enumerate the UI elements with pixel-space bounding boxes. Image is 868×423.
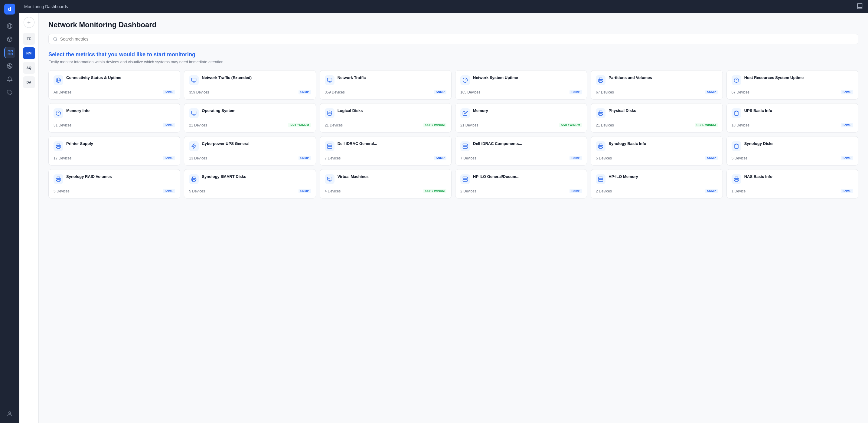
search-bar[interactable] bbox=[49, 34, 858, 44]
metric-badge-partitions-volumes: SNMP bbox=[705, 90, 718, 94]
metric-card-memory-info[interactable]: Memory Info 31 Devices SNMP bbox=[49, 103, 180, 132]
metric-badge-ups-basic-info: SNMP bbox=[841, 123, 853, 127]
metric-card-virtual-machines[interactable]: Virtual Machines 4 Devices SSH / WINRM bbox=[320, 169, 452, 199]
metric-card-printer-supply[interactable]: Printer Supply 17 Devices SNMP bbox=[49, 136, 180, 165]
metric-icon-network-system-uptime bbox=[460, 75, 470, 85]
metric-card-host-resources[interactable]: Host Resources System Uptime 67 Devices … bbox=[726, 70, 858, 99]
metric-icon-cyberpower-ups bbox=[189, 141, 199, 151]
metric-card-hp-ilo-memory[interactable]: HP-ILO Memory 2 Devices SNMP bbox=[591, 169, 722, 199]
metric-icon-memory-info bbox=[54, 108, 63, 118]
main-content: Network Monitoring Dashboard Select the … bbox=[39, 13, 868, 423]
metric-icon-synology-basic-info bbox=[596, 141, 606, 151]
svg-rect-42 bbox=[463, 144, 468, 146]
metric-devices-cyberpower-ups: 13 Devices bbox=[189, 156, 207, 160]
svg-rect-43 bbox=[463, 147, 468, 149]
svg-rect-6 bbox=[8, 53, 10, 55]
metric-header: Synology Basic Info bbox=[596, 141, 717, 151]
metric-card-connectivity[interactable]: Connectivity Status & Uptime All Devices… bbox=[49, 70, 180, 99]
metric-card-network-traffic-extended[interactable]: Network Traffic (Extended) 359 Devices S… bbox=[184, 70, 316, 99]
metric-name-nas-basic-info: NAS Basic Info bbox=[744, 174, 772, 179]
sidebar-item-da[interactable]: DA bbox=[23, 76, 35, 88]
metric-card-dell-idrac-components[interactable]: Dell iDRAC Components... 7 Devices SNMP bbox=[455, 136, 587, 165]
metric-devices-hp-ilo-general: 2 Devices bbox=[460, 189, 476, 193]
sidebar-item-nm[interactable]: NM bbox=[23, 47, 35, 59]
app-logo[interactable]: d bbox=[4, 4, 15, 14]
metric-card-ups-basic-info[interactable]: UPS Basic Info 18 Devices SNMP bbox=[726, 103, 858, 132]
metric-card-physical-disks[interactable]: Physical Disks 21 Devices SSH / WINRM bbox=[591, 103, 722, 132]
metric-footer: 21 Devices SSH / WINRM bbox=[189, 123, 311, 127]
metric-card-synology-smart[interactable]: Synology SMART Disks 5 Devices SNMP bbox=[184, 169, 316, 199]
metric-card-dell-idrac-general[interactable]: Dell iDRAC General... 7 Devices SNMP bbox=[320, 136, 452, 165]
metric-badge-hp-ilo-general: SNMP bbox=[569, 189, 582, 193]
metric-header: Synology Disks bbox=[732, 141, 853, 151]
metric-devices-hp-ilo-memory: 2 Devices bbox=[596, 189, 612, 193]
sidebar-item-te[interactable]: TE bbox=[23, 33, 35, 45]
metric-devices-memory: 21 Devices bbox=[460, 123, 478, 127]
metric-card-network-system-uptime[interactable]: Network System Uptime 165 Devices SNMP bbox=[455, 70, 587, 99]
nav-puzzle-icon[interactable] bbox=[4, 87, 15, 98]
metric-footer: 2 Devices SNMP bbox=[596, 189, 717, 193]
svg-rect-59 bbox=[598, 180, 603, 182]
metric-header: Network System Uptime bbox=[460, 75, 582, 85]
metric-name-cyberpower-ups: Cyberpower UPS General bbox=[202, 141, 249, 146]
metric-header: Operating System bbox=[189, 108, 311, 118]
svg-rect-36 bbox=[57, 147, 60, 149]
svg-rect-17 bbox=[327, 78, 332, 81]
metric-icon-hp-ilo-general bbox=[460, 174, 470, 184]
nav-user-icon[interactable] bbox=[4, 409, 15, 419]
metric-card-partitions-volumes[interactable]: Partitions and Volumes 67 Devices SNMP bbox=[591, 70, 722, 99]
metric-badge-synology-raid: SNMP bbox=[163, 189, 175, 193]
metric-devices-physical-disks: 21 Devices bbox=[596, 123, 614, 127]
search-icon bbox=[53, 37, 58, 41]
metric-card-synology-basic-info[interactable]: Synology Basic Info 5 Devices SNMP bbox=[591, 136, 722, 165]
metric-footer: 5 Devices SNMP bbox=[189, 189, 311, 193]
metric-devices-synology-smart: 5 Devices bbox=[189, 189, 205, 193]
page-title: Network Monitoring Dashboard bbox=[49, 21, 858, 29]
sidebar-add-button[interactable]: + bbox=[24, 17, 34, 28]
metric-card-synology-disks[interactable]: Synology Disks 5 Devices SNMP bbox=[726, 136, 858, 165]
svg-rect-34 bbox=[599, 114, 602, 116]
metric-icon-printer-supply bbox=[54, 141, 63, 151]
metric-footer: 18 Devices SNMP bbox=[732, 123, 853, 127]
metric-name-network-traffic: Network Traffic bbox=[338, 75, 366, 81]
metric-card-hp-ilo-general[interactable]: HP ILO General/Docum... 2 Devices SNMP bbox=[455, 169, 587, 199]
metric-card-memory[interactable]: Memory 21 Devices SSH / WINRM bbox=[455, 103, 587, 132]
metric-header: Virtual Machines bbox=[325, 174, 446, 184]
metric-badge-logical-disks: SSH / WINRM bbox=[424, 123, 446, 127]
metric-header: Synology RAID Volumes bbox=[54, 174, 175, 184]
nav-mail-icon[interactable] bbox=[4, 61, 15, 71]
svg-rect-55 bbox=[463, 180, 468, 182]
metric-card-operating-system[interactable]: Operating System 21 Devices SSH / WINRM bbox=[184, 103, 316, 132]
metric-badge-cyberpower-ups: SNMP bbox=[299, 156, 311, 160]
metric-card-logical-disks[interactable]: Logical Disks 21 Devices SSH / WINRM bbox=[320, 103, 452, 132]
metric-card-cyberpower-ups[interactable]: Cyberpower UPS General 13 Devices SNMP bbox=[184, 136, 316, 165]
metric-icon-operating-system bbox=[189, 108, 199, 118]
metric-name-memory: Memory bbox=[473, 108, 488, 114]
metric-icon-hp-ilo-memory bbox=[596, 174, 606, 184]
metric-name-synology-raid: Synology RAID Volumes bbox=[66, 174, 112, 179]
svg-point-33 bbox=[328, 111, 332, 113]
metric-card-network-traffic[interactable]: Network Traffic 359 Devices SNMP bbox=[320, 70, 452, 99]
metric-card-nas-basic-info[interactable]: NAS Basic Info 1 Device SNMP bbox=[726, 169, 858, 199]
metric-icon-dell-idrac-components bbox=[460, 141, 470, 151]
metric-name-ups-basic-info: UPS Basic Info bbox=[744, 108, 772, 114]
search-input[interactable] bbox=[60, 37, 854, 41]
metric-badge-synology-smart: SNMP bbox=[299, 189, 311, 193]
metric-devices-host-resources: 67 Devices bbox=[732, 90, 749, 94]
metric-badge-dell-idrac-components: SNMP bbox=[569, 156, 582, 160]
metric-badge-virtual-machines: SSH / WINRM bbox=[424, 189, 446, 193]
book-icon[interactable] bbox=[857, 3, 863, 10]
nav-cube-icon[interactable] bbox=[4, 34, 15, 45]
metric-footer: 1 Device SNMP bbox=[732, 189, 853, 193]
metric-badge-host-resources: SNMP bbox=[841, 90, 853, 94]
sidebar-item-aq[interactable]: AQ bbox=[23, 62, 35, 74]
metric-name-synology-smart: Synology SMART Disks bbox=[202, 174, 246, 179]
metric-header: Memory Info bbox=[54, 108, 175, 118]
svg-rect-4 bbox=[10, 51, 12, 52]
nav-bell-icon[interactable] bbox=[4, 74, 15, 85]
metric-card-synology-raid[interactable]: Synology RAID Volumes 5 Devices SNMP bbox=[49, 169, 180, 199]
metric-footer: 21 Devices SSH / WINRM bbox=[460, 123, 582, 127]
metric-name-dell-idrac-components: Dell iDRAC Components... bbox=[473, 141, 522, 146]
nav-globe-icon[interactable] bbox=[4, 21, 15, 31]
nav-dashboard-icon[interactable] bbox=[4, 47, 15, 58]
